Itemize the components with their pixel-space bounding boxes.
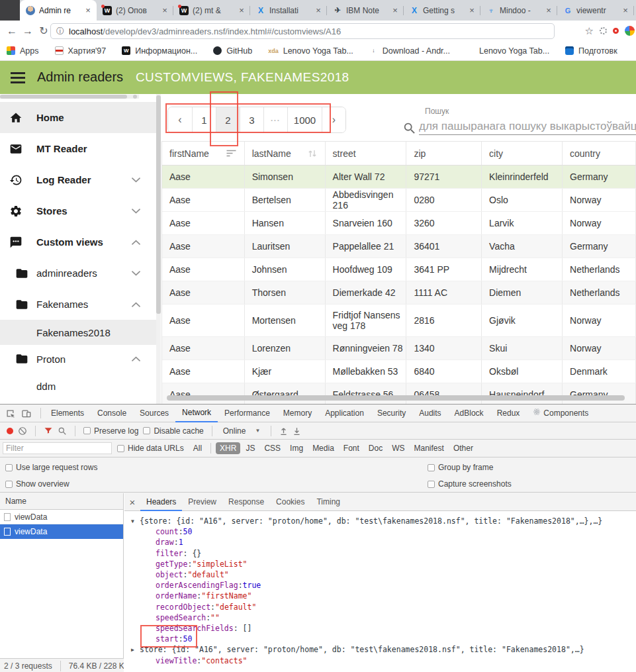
browser-tab[interactable]: XGetting s× xyxy=(404,0,480,21)
chevron-down-icon[interactable] xyxy=(132,177,140,183)
extension-o-icon[interactable] xyxy=(613,28,619,34)
detail-tab-preview[interactable]: Preview xyxy=(182,493,222,510)
sidebar-item-proton[interactable]: Proton xyxy=(0,345,156,373)
sidebar-item-mt-reader[interactable]: MT Reader xyxy=(0,133,156,164)
filter-type-doc[interactable]: Doc xyxy=(365,442,386,454)
table-horizontal-scrollbar[interactable] xyxy=(167,395,631,401)
pagination-page-1-button[interactable]: 1 xyxy=(192,107,216,132)
pagination-page-1000-button[interactable]: 1000 xyxy=(287,107,322,132)
browser-tab[interactable]: ✈IBM Note× xyxy=(327,0,404,21)
column-header-lastName[interactable]: lastName xyxy=(245,142,326,165)
filter-type-font[interactable]: Font xyxy=(340,442,363,454)
tab-close-icon[interactable]: × xyxy=(314,5,323,15)
sidebar-item-log-reader[interactable]: Log Reader xyxy=(0,164,156,195)
export-har-icon[interactable] xyxy=(293,426,301,436)
device-toolbar-icon[interactable] xyxy=(21,408,31,418)
option-capture-screenshots[interactable]: Capture screenshots xyxy=(428,479,512,489)
devtools-tab-adblock[interactable]: AdBlock xyxy=(448,405,490,422)
extension-globe-icon[interactable] xyxy=(600,27,607,34)
profile-avatar[interactable] xyxy=(625,26,635,36)
bookmark-item[interactable]: WИнформацион... xyxy=(122,46,197,56)
detail-tab-headers[interactable]: Headers xyxy=(140,493,182,511)
detail-tab-cookies[interactable]: Cookies xyxy=(270,493,310,510)
table-row[interactable]: AaseThorsenDiemerkade 421111 ACDiemenNet… xyxy=(162,281,636,305)
column-header-zip[interactable]: zip xyxy=(406,142,482,165)
search-input[interactable] xyxy=(419,118,636,135)
tab-close-icon[interactable]: × xyxy=(160,5,169,15)
network-search-icon[interactable] xyxy=(58,426,67,436)
filter-type-manifest[interactable]: Manifest xyxy=(410,442,448,454)
table-row[interactable]: AaseLorenzenRønningveien 781340SkuiNorwa… xyxy=(162,337,636,360)
request-row[interactable]: viewData xyxy=(0,524,123,539)
column-header-firstName[interactable]: firstName xyxy=(162,142,245,165)
devtools-tab-sources[interactable]: Sources xyxy=(133,405,175,422)
tab-close-icon[interactable]: × xyxy=(467,5,477,15)
bookmark-item[interactable]: Подготовк xyxy=(565,46,617,56)
filter-type-all[interactable]: All xyxy=(189,442,206,454)
chevron-up-icon[interactable] xyxy=(132,240,140,245)
table-row[interactable]: AaseKjærMøllebakken 536840OksbølDenmark xyxy=(162,360,636,383)
filter-type-ws[interactable]: WS xyxy=(388,442,408,454)
option-use-large-request-rows[interactable]: Use large request rows xyxy=(5,463,97,472)
tab-close-icon[interactable]: × xyxy=(544,5,553,15)
filter-type-img[interactable]: Img xyxy=(286,442,307,454)
bookmark-star-icon[interactable]: ☆ xyxy=(585,25,594,37)
pagination-next-button[interactable]: › xyxy=(322,107,345,132)
bookmark-item[interactable]: ↓Download - Andr... xyxy=(369,46,450,56)
clear-icon[interactable] xyxy=(18,426,27,436)
tab-close-icon[interactable]: × xyxy=(237,5,246,15)
column-header-country[interactable]: country xyxy=(563,142,636,165)
bookmark-item[interactable]: xdaLenovo Yoga Tab... xyxy=(268,46,353,56)
table-row[interactable]: AaseSimonsenAlter Wall 7297271Kleinrinde… xyxy=(162,166,636,189)
bookmark-item[interactable]: Хартия'97 xyxy=(55,46,107,56)
detail-tab-response[interactable]: Response xyxy=(222,493,270,510)
browser-tab[interactable]: Gviewentr× xyxy=(557,0,634,21)
sidebar-item-fakenames[interactable]: Fakenames xyxy=(0,289,156,320)
close-detail-icon[interactable]: × xyxy=(124,497,140,508)
filter-type-xhr[interactable]: XHR xyxy=(216,442,240,454)
devtools-tab-console[interactable]: Console xyxy=(91,405,133,422)
filter-type-media[interactable]: Media xyxy=(308,442,338,454)
table-row[interactable]: AaseJohnsenHoofdweg 1093641 PPMijdrechtN… xyxy=(162,258,636,281)
expand-down-icon[interactable]: ▼ xyxy=(131,518,140,524)
sidebar-horizontal-scrollbar[interactable] xyxy=(0,95,139,99)
bookmark-item[interactable]: GitHub xyxy=(213,46,252,56)
table-row[interactable]: AaseBertelsenAbbedisvingen 2160280OsloNo… xyxy=(162,189,636,212)
devtools-tab-memory[interactable]: Memory xyxy=(277,405,318,422)
sidebar-item-custom-views[interactable]: Custom views xyxy=(0,226,156,258)
column-header-street[interactable]: street xyxy=(326,142,407,165)
sidebar-item-fakenames2018[interactable]: Fakenames2018 xyxy=(0,320,156,345)
hamburger-menu-icon[interactable] xyxy=(11,72,25,86)
table-row[interactable]: AaseHansenSnarveien 1603260LarvikNorway xyxy=(162,212,636,235)
tab-close-icon[interactable]: × xyxy=(83,5,93,15)
hide-data-urls-checkbox[interactable]: Hide data URLs xyxy=(117,444,184,453)
network-filter-input[interactable] xyxy=(3,442,112,454)
option-show-overview[interactable]: Show overview xyxy=(5,479,69,489)
pagination-ellipsis-button[interactable]: ••• xyxy=(263,107,287,132)
option-group-by-frame[interactable]: Group by frame xyxy=(428,463,493,472)
pagination-page-3-button[interactable]: 3 xyxy=(240,107,263,132)
devtools-tab-application[interactable]: Application xyxy=(318,405,371,422)
browser-tab[interactable]: Admin re× xyxy=(20,0,97,21)
column-header-city[interactable]: city xyxy=(482,142,563,165)
browser-tab[interactable]: XInstallati× xyxy=(250,0,327,21)
throttling-dropdown[interactable]: Online▼ xyxy=(220,426,263,436)
devtools-tab-security[interactable]: Security xyxy=(371,405,412,422)
table-row[interactable]: AaseØstergaardFeldstrasse 5606458Hausnei… xyxy=(162,383,636,404)
filter-type-css[interactable]: CSS xyxy=(260,442,285,454)
filter-funnel-icon[interactable] xyxy=(44,426,53,435)
back-button[interactable]: ← xyxy=(4,25,20,37)
chevron-down-icon[interactable] xyxy=(132,209,140,214)
bookmark-item[interactable]: Lenovo Yoga Tab... xyxy=(466,46,549,56)
sidebar-vertical-scrollbar[interactable] xyxy=(156,94,161,404)
table-row[interactable]: AaseLauritsenPappelallee 2136401VachaGer… xyxy=(162,235,636,258)
pagination-page-2-button[interactable]: 2 xyxy=(216,107,240,132)
browser-tab[interactable]: W(2) mt &× xyxy=(173,0,250,21)
reload-button[interactable]: ↻ xyxy=(36,24,52,37)
import-har-icon[interactable] xyxy=(279,426,288,436)
url-field[interactable]: ⓘ localhost/develop/dev3/adminreaders.ns… xyxy=(50,23,555,39)
expand-right-icon[interactable]: ▶ xyxy=(131,647,140,653)
devtools-tab-performance[interactable]: Performance xyxy=(218,405,277,422)
pagination-prev-button[interactable]: ‹ xyxy=(168,107,192,132)
devtools-tab-components[interactable]: Components xyxy=(526,405,595,422)
